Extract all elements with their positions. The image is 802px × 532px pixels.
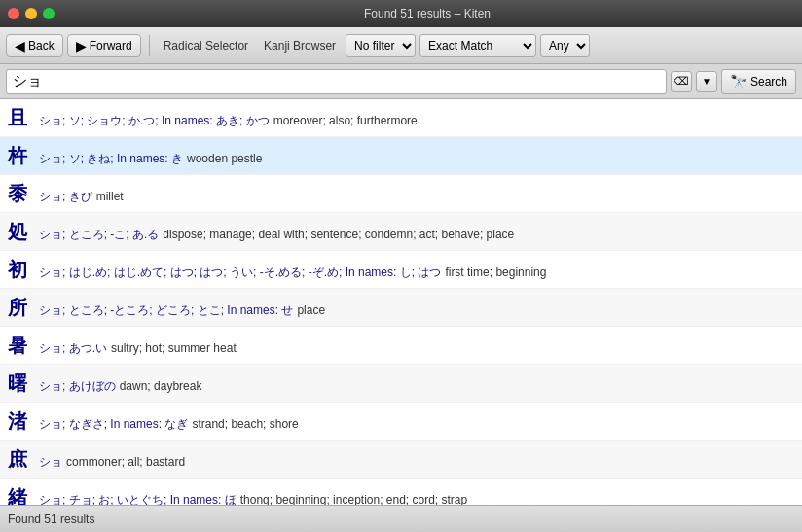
kanji-browser-button[interactable]: Kanji Browser [258, 36, 342, 55]
kanji-char: 初 [8, 255, 35, 284]
table-row[interactable]: 暑ショ; あつ.い sultry; hot; summer heat [0, 327, 802, 365]
binoculars-icon: 🔭 [730, 74, 747, 89]
kanji-meaning: place [297, 301, 325, 319]
kanji-char: 所 [8, 293, 35, 322]
table-row[interactable]: 初ショ; はじ.め; はじ.めて; はつ; はつ; うい; -そ.める; -ぞ.… [0, 251, 802, 289]
table-row[interactable]: 庶ショ commoner; all; bastard [0, 441, 802, 479]
kanji-char: 渚 [8, 407, 35, 436]
kanji-char: 黍 [8, 179, 35, 208]
kanji-meaning: commoner; all; bastard [66, 453, 185, 471]
back-button[interactable]: ◀ Back [6, 34, 63, 57]
search-dropdown-button[interactable]: ▼ [696, 71, 717, 92]
kanji-reading: ショ; きび [39, 188, 92, 205]
close-button[interactable] [8, 8, 19, 19]
searchbar: ⌫ ▼ 🔭 Search [0, 64, 802, 99]
kanji-char: 処 [8, 217, 35, 246]
table-row[interactable]: 黍ショ; きび millet [0, 175, 802, 213]
kanji-meaning: dawn; daybreak [120, 377, 202, 395]
kanji-char: 緒 [8, 482, 35, 505]
kanji-reading: ショ; ところ; -ところ; どころ; とこ; In names: せ [39, 301, 293, 319]
titlebar: Found 51 results – Kiten [0, 0, 802, 27]
table-row[interactable]: 所ショ; ところ; -ところ; どころ; とこ; In names: せ pla… [0, 289, 802, 327]
kanji-reading: ショ; ソ; きね; In names: き [39, 150, 183, 167]
radical-selector-button[interactable]: Radical Selector [158, 36, 254, 55]
kanji-reading: ショ; ところ; -こ; あ.る [39, 226, 159, 243]
kanji-reading: ショ [39, 453, 62, 471]
kanji-meaning: millet [96, 188, 124, 205]
separator-1 [149, 35, 150, 56]
table-row[interactable]: 曙ショ; あけぼの dawn; daybreak [0, 365, 802, 403]
search-input[interactable] [6, 69, 667, 94]
table-row[interactable]: 杵ショ; ソ; きね; In names: き wooden pestle [0, 137, 802, 175]
dropdown-icon: ▼ [702, 76, 711, 87]
kanji-meaning: strand; beach; shore [192, 415, 298, 433]
kanji-meaning: first time; beginning [445, 264, 546, 281]
kanji-meaning: moreover; also; furthermore [273, 112, 418, 129]
back-label: Back [28, 39, 55, 53]
forward-button[interactable]: ▶ Forward [67, 34, 141, 57]
window-title: Found 51 results – Kiten [60, 7, 794, 20]
results-list[interactable]: 且ショ; ソ; ショウ; か.つ; In names: あき; かつ moreo… [0, 99, 802, 505]
kanji-char: 曙 [8, 369, 35, 398]
status-text: Found 51 results [8, 513, 94, 526]
kanji-char: 庶 [8, 444, 35, 474]
kanji-reading: ショ; あけぼの [39, 377, 116, 395]
forward-arrow-icon: ▶ [76, 38, 87, 53]
back-arrow-icon: ◀ [15, 38, 25, 53]
kanji-reading: ショ; はじ.め; はじ.めて; はつ; はつ; うい; -そ.める; -ぞ.め… [39, 264, 441, 281]
kanji-reading: ショ; なぎさ; In names: なぎ [39, 415, 188, 433]
search-clear-button[interactable]: ⌫ [671, 71, 692, 92]
statusbar: Found 51 results [0, 505, 802, 532]
table-row[interactable]: 処ショ; ところ; -こ; あ.る dispose; manage; deal … [0, 213, 802, 251]
clear-icon: ⌫ [674, 75, 689, 88]
table-row[interactable]: 緒ショ; チョ; お; いとぐち; In names: ほ thong; beg… [0, 479, 802, 505]
forward-label: Forward [90, 39, 132, 53]
match-select[interactable]: Exact MatchBeginning MatchEnding MatchAn… [419, 34, 536, 57]
kanji-meaning: wooden pestle [187, 150, 262, 167]
kanji-meaning: thong; beginning; inception; end; cord; … [240, 491, 468, 505]
toolbar: ◀ Back ▶ Forward Radical Selector Kanji … [0, 27, 802, 64]
kanji-char: 暑 [8, 331, 35, 360]
kanji-meaning: sultry; hot; summer heat [111, 339, 237, 357]
minimize-button[interactable] [25, 8, 37, 19]
filter-select[interactable]: No filter [346, 34, 416, 57]
kanji-char: 且 [8, 103, 35, 132]
search-go-label: Search [750, 75, 787, 89]
table-row[interactable]: 且ショ; ソ; ショウ; か.つ; In names: あき; かつ moreo… [0, 99, 802, 137]
any-select[interactable]: Any [540, 34, 590, 57]
search-go-button[interactable]: 🔭 Search [721, 69, 796, 94]
kanji-char: 杵 [8, 141, 35, 170]
kanji-meaning: dispose; manage; deal with; sentence; co… [163, 226, 514, 243]
kanji-reading: ショ; あつ.い [39, 339, 107, 357]
maximize-button[interactable] [43, 8, 55, 19]
kanji-reading: ショ; ソ; ショウ; か.つ; In names: あき; かつ [39, 112, 270, 129]
kanji-reading: ショ; チョ; お; いとぐち; In names: ほ [39, 491, 237, 505]
table-row[interactable]: 渚ショ; なぎさ; In names: なぎ strand; beach; sh… [0, 403, 802, 441]
